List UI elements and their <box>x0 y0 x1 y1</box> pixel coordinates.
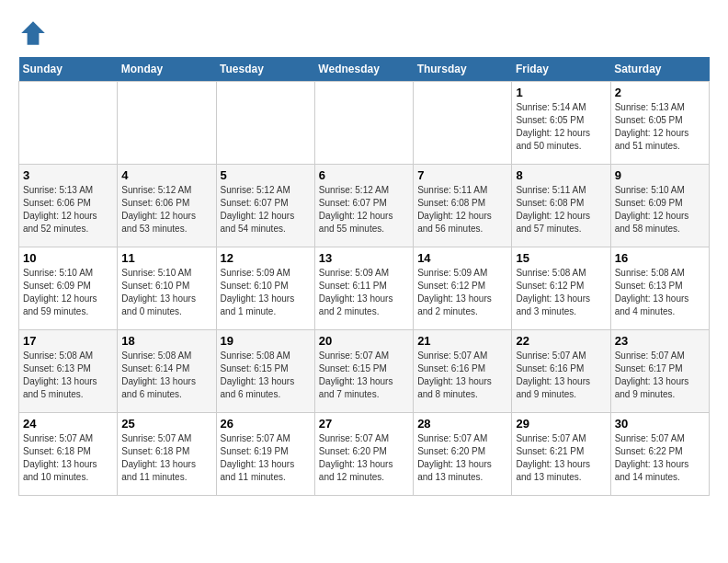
header-thursday: Thursday <box>414 57 512 82</box>
day-cell: 1Sunrise: 5:14 AM Sunset: 6:05 PM Daylig… <box>512 82 610 165</box>
day-info: Sunrise: 5:10 AM Sunset: 6:10 PM Dayligh… <box>121 267 211 318</box>
day-number: 24 <box>23 417 113 431</box>
day-number: 6 <box>319 168 409 182</box>
day-number: 22 <box>516 334 606 348</box>
day-cell: 19Sunrise: 5:08 AM Sunset: 6:15 PM Dayli… <box>216 330 314 413</box>
day-number: 15 <box>516 251 606 265</box>
day-number: 14 <box>417 251 507 265</box>
day-cell: 3Sunrise: 5:13 AM Sunset: 6:06 PM Daylig… <box>19 165 118 247</box>
day-number: 26 <box>221 417 311 431</box>
day-cell: 7Sunrise: 5:11 AM Sunset: 6:08 PM Daylig… <box>414 165 512 247</box>
day-info: Sunrise: 5:09 AM Sunset: 6:11 PM Dayligh… <box>319 267 409 318</box>
header-sunday: Sunday <box>19 57 118 82</box>
week-row-0: 1Sunrise: 5:14 AM Sunset: 6:05 PM Daylig… <box>19 82 710 165</box>
day-number: 1 <box>516 86 606 99</box>
day-cell <box>314 82 413 165</box>
day-number: 4 <box>121 168 211 182</box>
day-number: 8 <box>516 168 606 182</box>
day-cell: 12Sunrise: 5:09 AM Sunset: 6:10 PM Dayli… <box>216 247 314 330</box>
day-cell: 20Sunrise: 5:07 AM Sunset: 6:15 PM Dayli… <box>314 330 413 413</box>
day-cell <box>19 82 118 165</box>
day-info: Sunrise: 5:12 AM Sunset: 6:06 PM Dayligh… <box>121 184 211 236</box>
calendar-table: SundayMondayTuesdayWednesdayThursdayFrid… <box>18 57 710 496</box>
day-info: Sunrise: 5:11 AM Sunset: 6:08 PM Dayligh… <box>417 184 507 236</box>
day-number: 9 <box>615 168 705 182</box>
day-info: Sunrise: 5:11 AM Sunset: 6:08 PM Dayligh… <box>516 184 606 236</box>
day-cell: 13Sunrise: 5:09 AM Sunset: 6:11 PM Dayli… <box>314 247 413 330</box>
day-info: Sunrise: 5:07 AM Sunset: 6:20 PM Dayligh… <box>417 432 507 484</box>
day-info: Sunrise: 5:09 AM Sunset: 6:12 PM Dayligh… <box>417 267 507 318</box>
day-cell: 2Sunrise: 5:13 AM Sunset: 6:05 PM Daylig… <box>610 82 709 165</box>
day-cell: 15Sunrise: 5:08 AM Sunset: 6:12 PM Dayli… <box>512 247 610 330</box>
day-cell: 8Sunrise: 5:11 AM Sunset: 6:08 PM Daylig… <box>512 165 610 247</box>
day-info: Sunrise: 5:13 AM Sunset: 6:05 PM Dayligh… <box>615 101 705 153</box>
week-row-1: 3Sunrise: 5:13 AM Sunset: 6:06 PM Daylig… <box>19 165 710 247</box>
day-number: 25 <box>121 417 211 431</box>
day-cell: 28Sunrise: 5:07 AM Sunset: 6:20 PM Dayli… <box>414 413 512 496</box>
week-row-3: 17Sunrise: 5:08 AM Sunset: 6:13 PM Dayli… <box>19 330 710 413</box>
header-tuesday: Tuesday <box>216 57 314 82</box>
day-cell: 30Sunrise: 5:07 AM Sunset: 6:22 PM Dayli… <box>610 413 709 496</box>
day-number: 2 <box>615 86 705 99</box>
page-header <box>18 18 710 48</box>
day-number: 23 <box>615 334 705 348</box>
day-info: Sunrise: 5:08 AM Sunset: 6:14 PM Dayligh… <box>121 350 211 401</box>
day-cell: 26Sunrise: 5:07 AM Sunset: 6:19 PM Dayli… <box>216 413 314 496</box>
header-friday: Friday <box>512 57 610 82</box>
day-info: Sunrise: 5:08 AM Sunset: 6:13 PM Dayligh… <box>23 350 113 401</box>
day-number: 5 <box>221 168 311 182</box>
day-info: Sunrise: 5:07 AM Sunset: 6:16 PM Dayligh… <box>417 350 507 401</box>
day-cell <box>118 82 216 165</box>
day-number: 21 <box>417 334 507 348</box>
day-info: Sunrise: 5:07 AM Sunset: 6:18 PM Dayligh… <box>23 432 113 484</box>
day-number: 19 <box>221 334 311 348</box>
header-wednesday: Wednesday <box>314 57 413 82</box>
day-info: Sunrise: 5:07 AM Sunset: 6:17 PM Dayligh… <box>615 350 705 401</box>
day-info: Sunrise: 5:08 AM Sunset: 6:12 PM Dayligh… <box>516 267 606 318</box>
day-cell: 17Sunrise: 5:08 AM Sunset: 6:13 PM Dayli… <box>19 330 118 413</box>
day-info: Sunrise: 5:12 AM Sunset: 6:07 PM Dayligh… <box>319 184 409 236</box>
calendar-header-row: SundayMondayTuesdayWednesdayThursdayFrid… <box>19 57 710 82</box>
day-cell: 22Sunrise: 5:07 AM Sunset: 6:16 PM Dayli… <box>512 330 610 413</box>
day-number: 10 <box>23 251 113 265</box>
day-info: Sunrise: 5:07 AM Sunset: 6:18 PM Dayligh… <box>121 432 211 484</box>
day-cell: 11Sunrise: 5:10 AM Sunset: 6:10 PM Dayli… <box>118 247 216 330</box>
day-info: Sunrise: 5:09 AM Sunset: 6:10 PM Dayligh… <box>221 267 311 318</box>
day-info: Sunrise: 5:08 AM Sunset: 6:15 PM Dayligh… <box>221 350 311 401</box>
header-saturday: Saturday <box>610 57 709 82</box>
day-info: Sunrise: 5:07 AM Sunset: 6:19 PM Dayligh… <box>221 432 311 484</box>
day-cell: 5Sunrise: 5:12 AM Sunset: 6:07 PM Daylig… <box>216 165 314 247</box>
day-cell: 25Sunrise: 5:07 AM Sunset: 6:18 PM Dayli… <box>118 413 216 496</box>
day-cell: 6Sunrise: 5:12 AM Sunset: 6:07 PM Daylig… <box>314 165 413 247</box>
logo-icon <box>18 18 48 48</box>
logo <box>18 18 51 48</box>
day-cell <box>216 82 314 165</box>
day-number: 17 <box>23 334 113 348</box>
day-cell: 29Sunrise: 5:07 AM Sunset: 6:21 PM Dayli… <box>512 413 610 496</box>
day-info: Sunrise: 5:07 AM Sunset: 6:22 PM Dayligh… <box>615 432 705 484</box>
day-cell: 21Sunrise: 5:07 AM Sunset: 6:16 PM Dayli… <box>414 330 512 413</box>
day-number: 28 <box>417 417 507 431</box>
day-info: Sunrise: 5:07 AM Sunset: 6:20 PM Dayligh… <box>319 432 409 484</box>
day-cell: 24Sunrise: 5:07 AM Sunset: 6:18 PM Dayli… <box>19 413 118 496</box>
day-number: 20 <box>319 334 409 348</box>
day-number: 30 <box>615 417 705 431</box>
day-cell: 18Sunrise: 5:08 AM Sunset: 6:14 PM Dayli… <box>118 330 216 413</box>
day-info: Sunrise: 5:07 AM Sunset: 6:15 PM Dayligh… <box>319 350 409 401</box>
day-number: 11 <box>121 251 211 265</box>
day-number: 27 <box>319 417 409 431</box>
day-info: Sunrise: 5:07 AM Sunset: 6:16 PM Dayligh… <box>516 350 606 401</box>
day-number: 13 <box>319 251 409 265</box>
day-number: 12 <box>221 251 311 265</box>
day-cell <box>414 82 512 165</box>
day-cell: 14Sunrise: 5:09 AM Sunset: 6:12 PM Dayli… <box>414 247 512 330</box>
day-info: Sunrise: 5:08 AM Sunset: 6:13 PM Dayligh… <box>615 267 705 318</box>
day-number: 16 <box>615 251 705 265</box>
day-info: Sunrise: 5:13 AM Sunset: 6:06 PM Dayligh… <box>23 184 113 236</box>
day-cell: 27Sunrise: 5:07 AM Sunset: 6:20 PM Dayli… <box>314 413 413 496</box>
day-number: 18 <box>121 334 211 348</box>
day-cell: 16Sunrise: 5:08 AM Sunset: 6:13 PM Dayli… <box>610 247 709 330</box>
week-row-4: 24Sunrise: 5:07 AM Sunset: 6:18 PM Dayli… <box>19 413 710 496</box>
week-row-2: 10Sunrise: 5:10 AM Sunset: 6:09 PM Dayli… <box>19 247 710 330</box>
day-info: Sunrise: 5:10 AM Sunset: 6:09 PM Dayligh… <box>615 184 705 236</box>
